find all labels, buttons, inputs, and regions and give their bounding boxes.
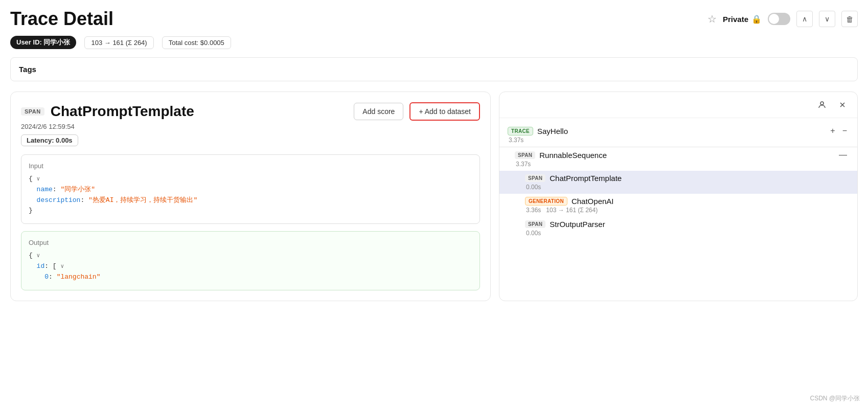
watermark: CSDN @同学小张 [810,394,860,403]
private-label: Private 🔒 [723,14,762,24]
trace-item-stroutputparser[interactable]: SPAN StrOutputParser 0.00s [499,217,857,240]
delete-button[interactable]: 🗑 [841,11,858,27]
trace-item-time: 3.37s [515,161,849,168]
collapse-button[interactable]: — [837,150,849,160]
user-icon-button[interactable] [814,97,830,112]
timestamp: 2024/2/6 12:59:54 [21,123,480,130]
tags-section: Tags [10,57,858,81]
svg-point-0 [820,102,824,105]
panel-header [499,92,857,118]
trace-item-time: 3.36s 103 → 161 (Σ 264) [525,207,849,214]
trace-item-name: StrOutputParser [550,220,605,229]
trace-tree-panel: TRACE SayHello + − 3.37s [499,92,858,301]
input-box: Input { ∨ name: "同学小张" description: "热爱A… [21,154,480,224]
span-actions: Add score + Add to dataset [354,102,480,121]
add-score-button[interactable]: Add score [354,103,403,120]
lock-icon: 🔒 [751,14,762,24]
tokens-badge: 103 → 161 (Σ 264) [84,36,153,49]
input-code: { ∨ name: "同学小张" description: "热爱AI，持续学习… [29,174,472,216]
add-to-dataset-button[interactable]: + Add to dataset [409,102,480,121]
private-toggle[interactable] [768,13,790,25]
page-header: Trace Detail ☆ Private 🔒 ∧ ∨ 🗑 [10,8,858,30]
span-title: ChatPromptTemplate [51,103,194,120]
span-type-badge: SPAN [21,107,44,116]
trace-item-time: 0.00s [525,230,849,237]
trace-item-name: ChatPromptTemplate [550,174,622,183]
page-title: Trace Detail [10,8,113,30]
trace-item-chatprompttemplate[interactable]: SPAN ChatPromptTemplate 0.00s [499,171,857,194]
generation-type-badge: GENERATION [525,197,567,206]
input-label: Input [29,162,472,170]
chevron-up-button[interactable]: ∧ [796,11,813,27]
trace-item-sayhello[interactable]: TRACE SayHello + − 3.37s [499,123,857,147]
span-type-badge: SPAN [525,174,545,182]
close-panel-button[interactable] [835,97,850,112]
header-controls: ☆ Private 🔒 ∧ ∨ 🗑 [707,11,858,27]
output-code: { ∨ id: [ ∨ 0: "langchain" [29,251,472,282]
span-type-badge: SPAN [515,151,535,159]
user-badge: User ID: 同学小张 [10,36,76,49]
span-type-badge: SPAN [525,220,545,228]
trace-item-name: ChatOpenAI [572,197,614,206]
cost-badge: Total cost: $0.0005 [162,36,231,49]
latency-badge: Latency: 0.00s [21,134,78,146]
span-header: SPAN ChatPromptTemplate Add score + Add … [21,102,480,121]
output-label: Output [29,239,472,246]
span-detail-panel: SPAN ChatPromptTemplate Add score + Add … [10,92,491,301]
trace-item-time: 0.00s [525,184,849,191]
chevron-down-button[interactable]: ∨ [819,11,835,27]
trace-item-name: SayHello [537,127,568,135]
meta-row: User ID: 同学小张 103 → 161 (Σ 264) Total co… [10,36,858,49]
trace-item-time: 3.37s [508,137,849,144]
trace-type-badge: TRACE [508,127,533,135]
output-box: Output { ∨ id: [ ∨ 0: "langchain" [21,231,480,290]
trace-item-runnablesequence[interactable]: SPAN RunnableSequence — 3.37s [499,147,857,171]
trace-tree: TRACE SayHello + − 3.37s [499,118,857,245]
trace-item-chatopenai[interactable]: GENERATION ChatOpenAI 3.36s 103 → 161 (Σ… [499,194,857,217]
tags-title: Tags [19,65,36,74]
main-content: SPAN ChatPromptTemplate Add score + Add … [10,92,858,301]
collapse-button[interactable]: − [840,126,849,135]
trace-item-name: RunnableSequence [539,151,607,160]
star-icon[interactable]: ☆ [707,13,717,25]
expand-button[interactable]: + [828,126,837,135]
